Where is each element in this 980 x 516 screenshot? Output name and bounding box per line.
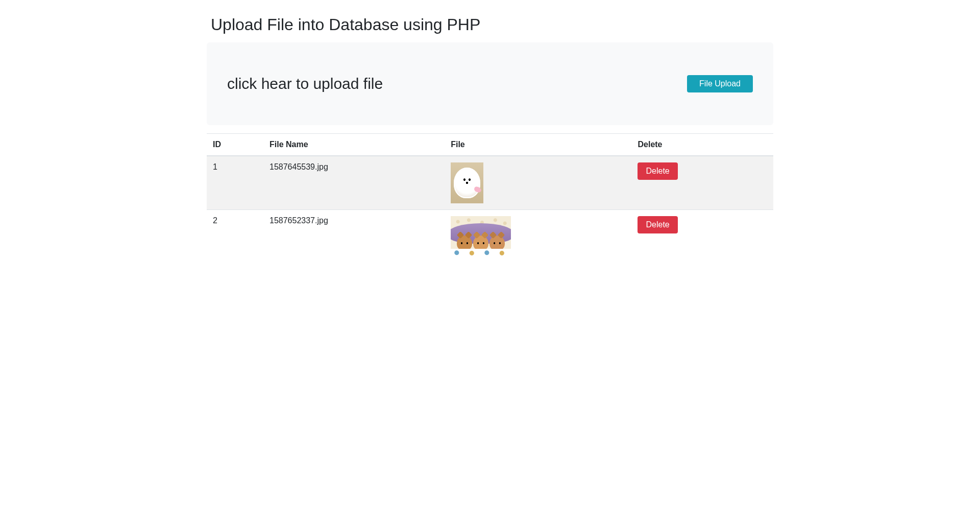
cell-delete: Delete <box>631 156 773 210</box>
upload-prompt: click hear to upload file <box>227 75 383 92</box>
upload-panel: click hear to upload file File Upload <box>207 42 773 125</box>
col-header-id: ID <box>207 134 263 156</box>
cell-id: 1 <box>207 156 263 210</box>
delete-button[interactable]: Delete <box>638 216 677 233</box>
file-upload-button[interactable]: File Upload <box>687 75 753 92</box>
table-row: 2 1587652337.jpg Delete <box>207 210 773 263</box>
delete-button[interactable]: Delete <box>638 162 677 180</box>
cell-file <box>445 210 631 263</box>
col-header-filename: File Name <box>263 134 445 156</box>
col-header-file: File <box>445 134 631 156</box>
cell-file <box>445 156 631 210</box>
col-header-delete: Delete <box>631 134 773 156</box>
cell-filename: 1587652337.jpg <box>263 210 445 263</box>
page-title: Upload File into Database using PHP <box>211 15 773 34</box>
table-row: 1 1587645539.jpg Delete <box>207 156 773 210</box>
table-header-row: ID File Name File Delete <box>207 134 773 156</box>
file-thumbnail-icon <box>451 216 511 256</box>
files-table: ID File Name File Delete 1 1587645539.jp… <box>207 133 773 262</box>
cell-filename: 1587645539.jpg <box>263 156 445 210</box>
page-container: Upload File into Database using PHP clic… <box>199 15 781 262</box>
cell-delete: Delete <box>631 210 773 263</box>
file-thumbnail-icon <box>451 162 483 203</box>
cell-id: 2 <box>207 210 263 263</box>
